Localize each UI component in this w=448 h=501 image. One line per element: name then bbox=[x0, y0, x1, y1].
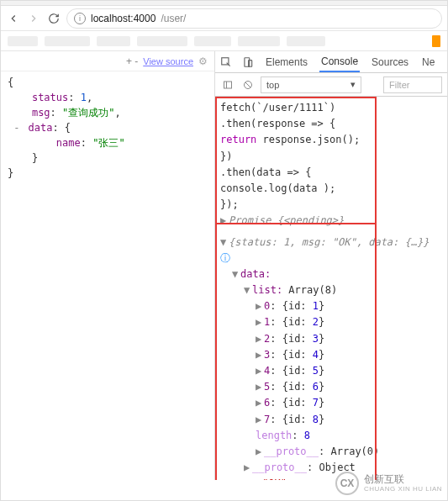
list-item[interactable]: ▶0: {id: 1} bbox=[220, 298, 442, 314]
url-path: /user/ bbox=[161, 13, 186, 24]
json-key-msg: msg bbox=[32, 107, 50, 119]
list-item[interactable]: ▶4: {id: 5} bbox=[220, 363, 442, 379]
tab-sources[interactable]: Sources bbox=[370, 53, 410, 71]
filter-input[interactable]: Filter bbox=[383, 76, 442, 93]
inspect-icon[interactable] bbox=[220, 56, 232, 68]
watermark-logo: CX bbox=[335, 472, 359, 495]
list-item[interactable]: ▶2: {id: 3} bbox=[220, 331, 442, 347]
devtools: Elements Console Sources Ne top ▾ Filter bbox=[215, 51, 447, 480]
code-line: console.log(data ); bbox=[220, 181, 442, 197]
tab-console[interactable]: Console bbox=[319, 52, 360, 72]
content-split: + - View source ⚙ { status: 1, msg: "查询成… bbox=[1, 51, 447, 480]
watermark: CX 创新互联 CHUANG XIN HU LIAN bbox=[335, 472, 442, 495]
forward-button[interactable] bbox=[26, 11, 41, 26]
back-button[interactable] bbox=[6, 11, 21, 26]
json-viewer-header: + - View source ⚙ bbox=[1, 51, 214, 71]
bookmark-overflow-icon[interactable] bbox=[432, 35, 440, 47]
window: i localhost:4000/user/ + - View source ⚙… bbox=[0, 0, 448, 501]
address-bar[interactable]: i localhost:4000/user/ bbox=[66, 8, 442, 29]
site-info-icon[interactable]: i bbox=[74, 13, 86, 24]
context-selector[interactable]: top ▾ bbox=[261, 76, 361, 93]
collapse-toggle[interactable]: - bbox=[13, 120, 22, 135]
code-line: }); bbox=[220, 197, 442, 213]
view-source-link[interactable]: View source bbox=[143, 56, 193, 66]
context-label: top bbox=[266, 80, 279, 90]
watermark-sub: CHUANG XIN HU LIAN bbox=[364, 485, 442, 493]
tab-elements[interactable]: Elements bbox=[264, 53, 309, 71]
console-toolbar: top ▾ Filter bbox=[215, 73, 447, 97]
console-output: fetch(`/user/1111`) .then(response => { … bbox=[215, 97, 447, 480]
code-line: return response.json(); bbox=[220, 132, 442, 148]
list-item[interactable]: ▶3: {id: 4} bbox=[220, 347, 442, 363]
json-val-name: "张三" bbox=[92, 137, 124, 149]
list-item[interactable]: ▶6: {id: 7} bbox=[220, 395, 442, 411]
list-item[interactable]: ▶5: {id: 6} bbox=[220, 379, 442, 395]
svg-rect-3 bbox=[224, 82, 232, 88]
list-item[interactable]: ▶1: {id: 2} bbox=[220, 314, 442, 330]
json-val-status: 1 bbox=[81, 92, 87, 103]
chevron-down-icon: ▾ bbox=[350, 79, 356, 90]
url-host: localhost:4000 bbox=[91, 13, 155, 24]
json-key-data: data bbox=[28, 122, 52, 134]
result-summary[interactable]: ▼{status: 1, msg: "OK", data: {…}} ⓘ bbox=[220, 235, 442, 266]
sidebar-toggle-icon[interactable] bbox=[220, 77, 235, 92]
code-line: .then(data => { bbox=[220, 165, 442, 181]
arrow-right-icon bbox=[28, 13, 40, 24]
list-item[interactable]: ▶7: {id: 8} bbox=[220, 412, 442, 428]
promise-row[interactable]: ▶Promise {<pending>} bbox=[220, 213, 442, 229]
json-key-status: status bbox=[32, 92, 68, 103]
bookmarks-bar bbox=[1, 31, 447, 51]
code-line: fetch(`/user/1111`) bbox=[220, 100, 442, 116]
filter-placeholder: Filter bbox=[389, 80, 409, 90]
tab-network[interactable]: Ne bbox=[420, 53, 436, 71]
clear-console-icon[interactable] bbox=[240, 77, 256, 92]
json-toggle[interactable]: + - bbox=[126, 55, 138, 67]
code-line: .then(response => { bbox=[220, 116, 442, 132]
json-key-name: name bbox=[56, 137, 81, 149]
result-data[interactable]: ▼data: bbox=[220, 266, 442, 282]
code-line: }) bbox=[220, 149, 442, 165]
device-icon[interactable] bbox=[242, 56, 254, 68]
json-body: { status: 1, msg: "查询成功", - data: { name… bbox=[1, 71, 214, 184]
reload-icon bbox=[48, 13, 60, 24]
page-content: + - View source ⚙ { status: 1, msg: "查询成… bbox=[1, 51, 215, 480]
devtools-tabs: Elements Console Sources Ne bbox=[215, 51, 447, 73]
watermark-text: 创新互联 bbox=[364, 474, 442, 485]
list-length: length: 8 bbox=[220, 428, 442, 444]
browser-toolbar: i localhost:4000/user/ bbox=[1, 6, 447, 31]
arrow-left-icon bbox=[8, 13, 19, 24]
list-proto[interactable]: ▶__proto__: Array(0) bbox=[220, 444, 442, 460]
gear-icon[interactable]: ⚙ bbox=[198, 55, 208, 67]
reload-button[interactable] bbox=[46, 11, 61, 26]
result-list[interactable]: ▼list: Array(8) bbox=[220, 282, 442, 298]
json-val-msg: "查询成功" bbox=[62, 107, 114, 119]
